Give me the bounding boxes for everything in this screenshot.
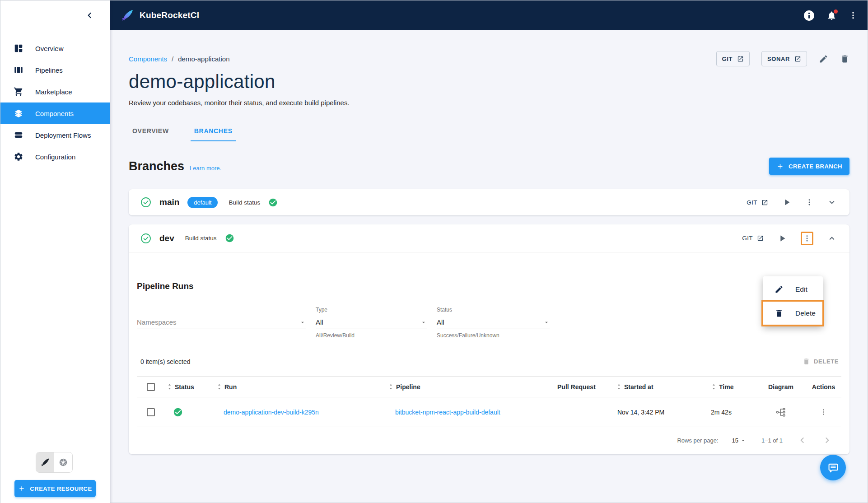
previous-page-icon[interactable] xyxy=(798,436,807,445)
feedback-chat-button[interactable] xyxy=(820,455,846,480)
sort-icon[interactable] xyxy=(167,383,173,391)
run-success-icon xyxy=(173,407,183,417)
build-success-icon xyxy=(225,233,234,243)
sort-icon[interactable] xyxy=(616,383,622,391)
branch-git-link[interactable]: GIT xyxy=(742,235,764,242)
chat-bubble-icon xyxy=(827,462,839,474)
col-run[interactable]: Run xyxy=(224,383,237,391)
namespaces-placeholder: Namespaces xyxy=(137,318,177,326)
sonar-link-button[interactable]: SONAR xyxy=(761,51,807,66)
type-filter[interactable]: Type All All/Review/Build xyxy=(316,307,427,339)
collapse-chevron-up-icon[interactable] xyxy=(827,233,837,243)
create-resource-button[interactable]: CREATE RESOURCE xyxy=(14,480,96,497)
learn-more-link[interactable]: Learn more. xyxy=(190,165,221,172)
app-title: KubeRocketCI xyxy=(140,10,199,20)
branch-kebab-icon[interactable] xyxy=(805,198,813,206)
build-success-icon xyxy=(268,198,278,207)
page-title: demo-application xyxy=(129,71,849,93)
external-link-icon xyxy=(761,199,768,206)
git-link-button[interactable]: GIT xyxy=(716,51,750,66)
sort-icon[interactable] xyxy=(388,383,394,391)
sidebar-item-deployment-flows[interactable]: Deployment Flows xyxy=(0,124,110,146)
col-pipeline[interactable]: Pipeline xyxy=(396,383,420,391)
branch-card-main: main default Build status GIT xyxy=(129,189,849,215)
sidebar-item-components[interactable]: Components xyxy=(0,102,110,124)
sidebar-item-label: Deployment Flows xyxy=(35,131,91,139)
col-started-at[interactable]: Started at xyxy=(624,383,653,391)
col-status[interactable]: Status xyxy=(175,383,194,391)
sidebar-item-overview[interactable]: Overview xyxy=(0,37,110,59)
edit-component-pencil-icon[interactable] xyxy=(819,54,828,64)
external-link-icon xyxy=(757,235,764,242)
kuberocketci-small-icon xyxy=(40,457,50,467)
row-actions-kebab-icon[interactable] xyxy=(820,408,827,416)
info-icon[interactable] xyxy=(803,10,815,21)
type-filter-label: Type xyxy=(316,307,427,316)
build-play-icon[interactable] xyxy=(777,233,787,243)
sidebar-item-marketplace[interactable]: Marketplace xyxy=(0,81,110,102)
sort-icon[interactable] xyxy=(711,383,717,391)
plus-icon xyxy=(18,485,25,492)
topbar-kebab-icon[interactable] xyxy=(849,11,858,20)
diagram-icon[interactable] xyxy=(775,407,786,418)
col-diagram: Diagram xyxy=(768,383,793,391)
table-pagination: Rows per page: 15 1–1 of 1 xyxy=(137,427,841,453)
create-resource-label: CREATE RESOURCE xyxy=(30,485,92,492)
next-page-icon[interactable] xyxy=(822,436,831,445)
kuberocketci-logo-icon xyxy=(121,9,134,22)
sidebar-item-pipelines[interactable]: Pipelines xyxy=(0,59,110,81)
bulk-delete-button[interactable]: DELETE xyxy=(803,358,839,365)
branch-card-dev: dev Build status GIT xyxy=(129,224,849,454)
rows-per-page-select[interactable]: 15 xyxy=(732,437,746,444)
sidebar-item-label: Components xyxy=(35,110,74,117)
sort-icon[interactable] xyxy=(216,383,222,391)
row-checkbox[interactable] xyxy=(147,408,155,416)
git-label: GIT xyxy=(742,235,753,242)
kubernetes-icon xyxy=(58,457,68,467)
table-header: Status Run Pipeline Pull Request Started… xyxy=(137,376,841,397)
rows-per-page-label: Rows per page: xyxy=(677,437,718,444)
status-filter[interactable]: Status All Success/Failure/Unknown xyxy=(437,307,550,339)
breadcrumb-components-link[interactable]: Components xyxy=(129,55,167,63)
col-time[interactable]: Time xyxy=(719,383,733,391)
select-all-checkbox[interactable] xyxy=(147,383,155,391)
pipeline-link[interactable]: bitbucket-npm-react-app-build-default xyxy=(395,409,500,416)
git-label: GIT xyxy=(722,56,733,62)
breadcrumb: Components / demo-application xyxy=(129,55,229,63)
expand-chevron-down-icon[interactable] xyxy=(827,197,837,207)
kuberocketci-view-toggle[interactable] xyxy=(36,452,54,472)
type-filter-helper: All/Review/Build xyxy=(316,332,427,339)
branch-git-link[interactable]: GIT xyxy=(747,199,768,206)
notifications-bell-icon[interactable] xyxy=(826,10,837,21)
breadcrumb-current: demo-application xyxy=(178,55,229,63)
build-play-icon[interactable] xyxy=(782,197,792,207)
edit-label: Edit xyxy=(795,285,807,293)
sidebar: Overview Pipelines Marketplace Component… xyxy=(0,0,110,503)
chevron-down-icon xyxy=(543,319,550,326)
overview-icon xyxy=(14,43,23,53)
branch-kebab-icon[interactable] xyxy=(803,234,811,242)
sidebar-item-configuration[interactable]: Configuration xyxy=(0,146,110,168)
delete-component-trash-icon[interactable] xyxy=(840,54,849,64)
branch-name: main xyxy=(159,197,179,207)
status-filter-value: All xyxy=(437,318,444,326)
pipeline-runs-heading: Pipeline Runs xyxy=(137,281,841,291)
tabs: OVERVIEW BRANCHES xyxy=(129,123,849,141)
topbar: KubeRocketCI xyxy=(110,0,868,30)
run-link[interactable]: demo-application-dev-build-k295n xyxy=(224,409,319,416)
notification-badge xyxy=(834,9,838,14)
tab-overview[interactable]: OVERVIEW xyxy=(129,123,173,141)
type-filter-value: All xyxy=(316,318,323,326)
main-content: Components / demo-application GIT SONAR xyxy=(129,30,849,454)
col-pull-request: Pull Request xyxy=(557,383,596,391)
git-label: GIT xyxy=(747,199,757,206)
sidebar-item-label: Marketplace xyxy=(35,88,72,96)
tab-branches[interactable]: BRANCHES xyxy=(191,123,236,141)
kubernetes-view-toggle[interactable] xyxy=(54,452,72,472)
create-branch-button[interactable]: CREATE BRANCH xyxy=(769,158,849,175)
app-window: KubeRocketCI Overview xyxy=(0,0,868,503)
context-menu-edit[interactable]: Edit xyxy=(763,277,823,301)
context-menu-delete[interactable]: Delete xyxy=(763,301,823,325)
sidebar-collapse-icon[interactable] xyxy=(85,11,94,20)
namespaces-filter[interactable]: Namespaces xyxy=(137,307,306,339)
